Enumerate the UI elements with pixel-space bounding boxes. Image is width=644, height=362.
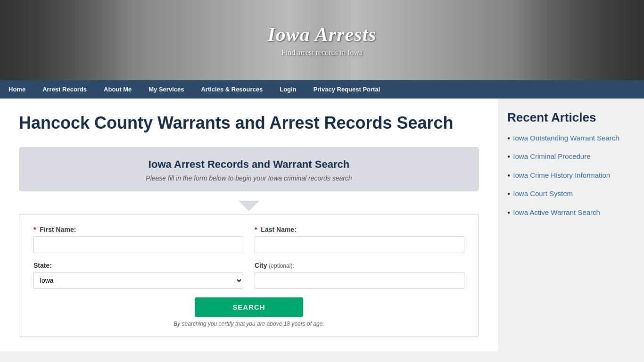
banner-right-overlay (512, 0, 644, 80)
nav-arrest-records[interactable]: Arrest Records (34, 80, 95, 99)
nav-about-me[interactable]: About Me (95, 80, 140, 99)
main-nav: Home Arrest Records About Me My Services… (0, 80, 644, 99)
location-row: State: Iowa Alabama Alaska Arizona Arkan… (33, 262, 464, 289)
article-link-3[interactable]: Iowa Court System (513, 189, 573, 198)
form-box-subtitle: Please fill in the form below to begin y… (33, 174, 465, 182)
last-name-group: * Last Name: (255, 226, 464, 253)
article-link-0[interactable]: Iowa Outstanding Warrant Search (513, 133, 619, 143)
banner: Iowa Arrests Find arrest records in Iowa (0, 0, 644, 80)
info-box: Iowa Arrest Records and Warrant Search P… (19, 147, 479, 191)
nav-home[interactable]: Home (0, 80, 34, 99)
list-item: Iowa Court System (507, 189, 635, 200)
nav-articles-resources[interactable]: Articles & Resources (192, 80, 271, 99)
article-link-2[interactable]: Iowa Crime History Information (513, 171, 610, 180)
sidebar-heading: Recent Articles (507, 110, 635, 125)
main-content: Hancock County Warrants and Arrest Recor… (0, 99, 498, 351)
site-subtitle: Find arrest records in Iowa (267, 49, 376, 57)
site-title: Iowa Arrests (267, 23, 376, 46)
search-btn-wrap: SEARCH (33, 297, 464, 317)
article-link-4[interactable]: Iowa Active Warrant Search (513, 208, 600, 217)
state-select[interactable]: Iowa Alabama Alaska Arizona Arkansas Cal… (33, 272, 243, 289)
state-label: State: (33, 262, 243, 269)
search-button[interactable]: SEARCH (195, 297, 303, 317)
banner-text-block: Iowa Arrests Find arrest records in Iowa (267, 23, 376, 57)
nav-login[interactable]: Login (271, 80, 305, 99)
city-label: City (optional): (255, 262, 464, 269)
state-group: State: Iowa Alabama Alaska Arizona Arkan… (33, 262, 243, 289)
article-link-1[interactable]: Iowa Criminal Procedure (513, 152, 590, 161)
list-item: Iowa Crime History Information (507, 171, 635, 181)
first-name-required-marker: * (33, 226, 36, 233)
recent-articles-list: Iowa Outstanding Warrant Search Iowa Cri… (507, 133, 635, 219)
name-row: * First Name: * Last Name: (33, 226, 464, 253)
first-name-input[interactable] (33, 236, 243, 253)
page-title: Hancock County Warrants and Arrest Recor… (19, 113, 479, 133)
search-form: * First Name: * Last Name: State: (19, 214, 479, 337)
form-pointer (239, 201, 259, 211)
list-item: Iowa Active Warrant Search (507, 208, 635, 219)
last-name-required-marker: * (255, 226, 257, 233)
last-name-input[interactable] (255, 236, 464, 253)
first-name-group: * First Name: (33, 226, 243, 253)
first-name-label: * First Name: (33, 226, 243, 233)
list-item: Iowa Criminal Procedure (507, 152, 635, 163)
last-name-label: * Last Name: (255, 226, 464, 233)
city-input[interactable] (255, 272, 464, 289)
page-body: Hancock County Warrants and Arrest Recor… (0, 99, 644, 351)
form-box-title: Iowa Arrest Records and Warrant Search (33, 158, 465, 171)
city-group: City (optional): (255, 262, 464, 289)
nav-privacy-portal[interactable]: Privacy Request Portal (305, 80, 389, 99)
banner-left-overlay (0, 0, 132, 80)
disclaimer-text: By searching you certify that you are ab… (33, 321, 464, 327)
sidebar: Recent Articles Iowa Outstanding Warrant… (498, 99, 644, 351)
nav-my-services[interactable]: My Services (140, 80, 192, 99)
list-item: Iowa Outstanding Warrant Search (507, 133, 635, 144)
